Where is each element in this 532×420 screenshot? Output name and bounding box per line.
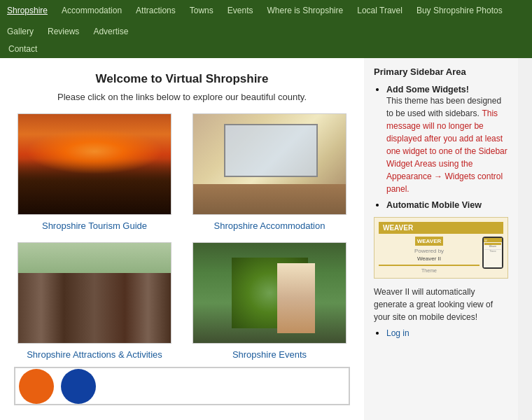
page-subtitle: Please click on the links below to explo… [14,92,350,102]
page-wrapper: Welcome to Virtual Shropshire Please cli… [0,58,532,420]
banner-circle-blue [61,369,96,404]
tourism-image [18,113,172,215]
accommodation-img-bg [193,114,346,214]
nav-local-travel[interactable]: Local Travel [350,0,410,21]
accommodation-link[interactable]: Shropshire Accommodation [214,220,326,231]
nav-towns[interactable]: Towns [183,0,220,21]
sidebar-login-list: Log in [374,328,508,338]
weaver-phone-screen: W Weaver Theme [484,238,502,267]
weaver-content: WEAVER Powered by Weaver II Theme W Weav… [379,237,503,274]
weaver-description: Weaver II will automatically generate a … [374,286,508,323]
login-link[interactable]: Log in [386,328,410,338]
banner-circle-orange [19,369,54,404]
nav-shropshire[interactable]: Shropshire [0,0,55,21]
weaver-tagline: Powered by [379,247,479,255]
weaver-header-bar: WEAVER [379,222,503,234]
nav-gallery[interactable]: Gallery [0,21,41,42]
nav-contact[interactable]: Contact [6,43,40,55]
image-grid: Shropshire Tourism Guide Shropshire Acco… [14,113,350,360]
sidebar-mobile-item: Automatic Mobile View [386,200,508,210]
sidebar-login-item: Log in [386,328,508,338]
events-link[interactable]: Shropshire Events [232,349,307,360]
attractions-link[interactable]: Shropshire Attractions & Activities [27,349,162,360]
weaver-mockup: WEAVER WEAVER Powered by Weaver II Theme… [374,217,508,279]
phone-body-text: Weaver [484,246,501,248]
attractions-image [18,242,172,344]
tourism-img-bg [18,114,171,214]
weaver-desc1: Weaver II [379,255,479,262]
main-content: Welcome to Virtual Shropshire Please cli… [0,58,364,420]
widgets-title: Add Some Widgets! [386,85,469,94]
events-img-bg [193,243,346,343]
weaver-divider [379,265,479,266]
weaver-left-panel: WEAVER Powered by Weaver II Theme [379,237,479,274]
events-image [192,242,346,344]
phone-body: Weaver Theme [484,242,502,267]
navigation-bar: Shropshire Accommodation Attractions Tow… [0,0,532,42]
nav-attractions[interactable]: Attractions [129,0,183,21]
attractions-img-bg [18,243,171,343]
mobile-title: Automatic Mobile View [386,200,482,210]
attractions-card: Shropshire Attractions & Activities [14,242,175,360]
nav-buy-photos[interactable]: Buy Shropshire Photos [410,0,510,21]
sidebar-widgets-item: Add Some Widgets! This theme has been de… [386,84,508,195]
accommodation-image [192,113,346,215]
widgets-text-red: This message will no longer be displayed… [386,108,507,194]
nav-advertise[interactable]: Advertise [86,21,135,42]
weaver-phone: W Weaver Theme [482,237,503,269]
events-card: Shropshire Events [189,242,350,360]
tourism-link[interactable]: Shropshire Tourism Guide [42,220,147,231]
tourism-card: Shropshire Tourism Guide [14,113,175,231]
sidebar: Primary Sidebar Area Add Some Widgets! T… [364,58,518,420]
sidebar-title: Primary Sidebar Area [374,66,508,77]
weaver-small-text: Theme [379,267,479,274]
nav-second-row: Contact [0,42,532,58]
sidebar-list: Add Some Widgets! This theme has been de… [374,84,508,210]
nav-reviews[interactable]: Reviews [41,21,86,42]
page-title: Welcome to Virtual Shropshire [14,72,350,86]
nav-events[interactable]: Events [220,0,260,21]
accommodation-card: Shropshire Accommodation [189,113,350,231]
nav-accommodation[interactable]: Accommodation [55,0,129,21]
nav-where-is-shropshire[interactable]: Where is Shropshire [260,0,350,21]
phone-small: Theme [484,251,501,253]
banner-area [14,367,350,405]
weaver-logo: WEAVER [415,237,444,246]
